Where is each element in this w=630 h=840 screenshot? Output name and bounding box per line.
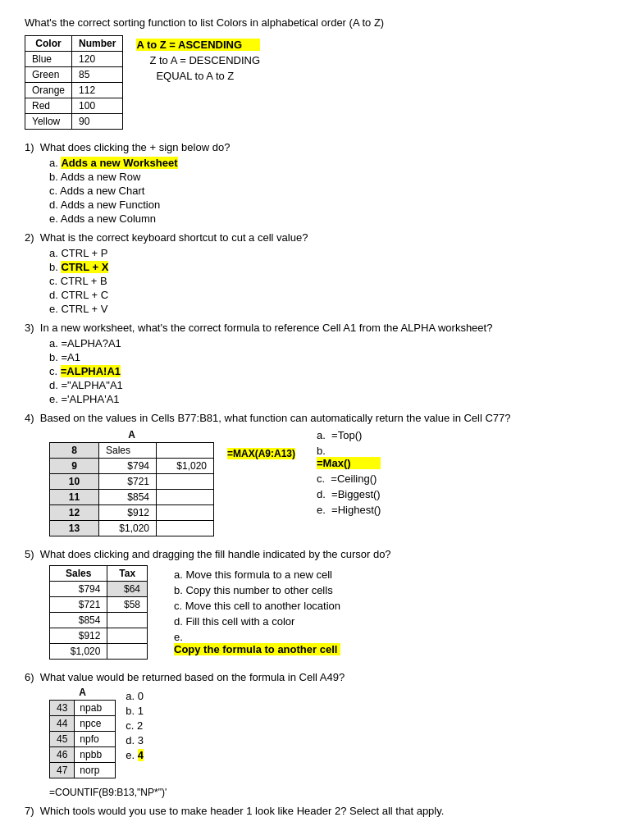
q2-option-b: b. CTRL + X — [49, 261, 605, 273]
cell-794: $794 — [99, 459, 157, 474]
color-blue: Blue — [25, 52, 72, 67]
q6-option-e: e. 4 — [126, 749, 144, 761]
question-5: 5) What does clicking and dragging the f… — [25, 548, 605, 664]
q7-text: 7) Which tools would you use to make hea… — [25, 805, 605, 817]
q2-option-c: c. CTRL + B — [49, 275, 605, 287]
q3-option-a: a. =ALPHA?A1 — [49, 337, 605, 349]
table-row: 47 norp — [50, 763, 116, 778]
cell-721: $721 — [50, 597, 107, 613]
cell-npbb: npbb — [75, 747, 116, 763]
number-header: Number — [72, 36, 123, 52]
table-row: $1,020 — [50, 644, 148, 660]
table-row: 11 $854 — [50, 490, 214, 505]
cell-npfo: npfo — [75, 732, 116, 747]
number-green: 85 — [72, 67, 123, 83]
sort-option-descending: Z to A = DESCENDING — [149, 54, 260, 66]
table-row: 44 npce — [50, 716, 116, 732]
cell-empty4 — [157, 505, 214, 521]
table-row: 45 npfo — [50, 732, 116, 747]
sort-options: A to Z = ASCENDING Z to A = DESCENDING E… — [136, 39, 260, 82]
table-row: Orange 112 — [25, 83, 123, 98]
q6-spreadsheet: 43 npab 44 npce 45 npfo 46 npbb 47 nor — [49, 700, 116, 778]
row-label: 13 — [50, 521, 99, 536]
q4-option-e: e. =Highest() — [317, 504, 381, 516]
cell-empty2 — [157, 474, 214, 490]
row-47: 47 — [50, 763, 75, 778]
cell-854: $854 — [50, 613, 107, 628]
table-row: Sales Tax — [50, 566, 148, 582]
sort-option-ascending: A to Z = ASCENDING — [136, 39, 260, 51]
table-row: Blue 120 — [25, 52, 123, 67]
table-row: Green 85 — [25, 67, 123, 83]
number-orange: 112 — [72, 83, 123, 98]
q5-option-e: e. Copy the formula to another cell — [174, 631, 340, 655]
q6-text: 6) What value would be returned based on… — [25, 671, 605, 683]
q3-option-d: d. ="ALPHA"A1 — [49, 379, 605, 391]
row-label: 12 — [50, 505, 99, 521]
q3-text: 3) In a new worksheet, what's the correc… — [25, 322, 605, 334]
q4-option-a: a. =Top() — [317, 429, 381, 441]
question-1: 1) What does clicking the + sign below d… — [25, 141, 605, 225]
q4-option-d: d. =Biggest() — [317, 488, 381, 500]
sales-header: Sales — [50, 566, 107, 582]
cell-empty3 — [107, 644, 148, 660]
cell-sales: Sales — [99, 443, 157, 459]
sort-option-equal: EQUAL to A to Z — [156, 70, 260, 82]
cell-1020: $1,020 — [157, 459, 214, 474]
cell-empty3 — [157, 490, 214, 505]
cell-854: $854 — [99, 490, 157, 505]
row-label: 8 — [50, 443, 99, 459]
row-45: 45 — [50, 732, 75, 747]
cell-794: $794 — [50, 582, 107, 597]
cell-empty — [157, 443, 214, 459]
color-green: Green — [25, 67, 72, 83]
number-yellow: 90 — [72, 114, 123, 130]
table-row: $912 — [50, 628, 148, 644]
q1-option-c: c. Adds a new Chart — [49, 185, 605, 197]
cell-npce: npce — [75, 716, 116, 732]
table-row: 43 npab — [50, 701, 116, 716]
color-table: Color Number Blue 120 Green 85 Orange 11… — [25, 35, 123, 130]
q4-text: 4) Based on the values in Cells B77:B81,… — [25, 412, 605, 424]
number-blue: 120 — [72, 52, 123, 67]
q2-text: 2) What is the correct keyboard shortcut… — [25, 231, 605, 244]
row-label: 10 — [50, 474, 99, 490]
q5-text: 5) What does clicking and dragging the f… — [25, 548, 605, 560]
color-header: Color — [25, 36, 72, 52]
table-row: 9 $794 $1,020 — [50, 459, 214, 474]
table-row: 12 $912 — [50, 505, 214, 521]
q4-option-b: b. =Max() — [317, 445, 381, 469]
cell-721: $721 — [99, 474, 157, 490]
q5-option-b: b. Copy this number to other cells — [174, 584, 340, 596]
cell-912: $912 — [99, 505, 157, 521]
table-row: 10 $721 — [50, 474, 214, 490]
table-row: Red 100 — [25, 98, 123, 114]
cell-1020: $1,020 — [50, 644, 107, 660]
color-red: Red — [25, 98, 72, 114]
table-row: 8 Sales — [50, 443, 214, 459]
row-label: 11 — [50, 490, 99, 505]
table-row: 13 $1,020 — [50, 521, 214, 536]
table-row: Yellow 90 — [25, 114, 123, 130]
q1-text: 1) What does clicking the + sign below d… — [25, 141, 605, 153]
question-4: 4) Based on the values in Cells B77:B81,… — [25, 412, 605, 541]
q6-formula: =COUNTIF(B9:B13,"NP*")' — [49, 787, 605, 798]
cell-58: $58 — [107, 597, 148, 613]
question-7: 7) Which tools would you use to make hea… — [25, 805, 605, 817]
q6-option-c: c. 2 — [126, 719, 144, 732]
table-row: $721 $58 — [50, 597, 148, 613]
cell-empty2 — [107, 628, 148, 644]
q1-option-b: b. Adds a new Row — [49, 171, 605, 183]
color-yellow: Yellow — [25, 114, 72, 130]
cell-empty5 — [157, 521, 214, 536]
q3-option-e: e. ='ALPHA'A1 — [49, 393, 605, 405]
tax-header: Tax — [107, 566, 148, 582]
q5-option-a: a. Move this formula to a new cell — [174, 568, 340, 581]
q4-option-c: c. =Ceiling() — [317, 472, 381, 485]
q2-option-d: d. CTRL + C — [49, 289, 605, 301]
intro-question: What's the correct sorting function to l… — [25, 16, 605, 29]
q3-option-c: c. =ALPHA!A1 — [49, 365, 605, 377]
q2-option-e: e. CTRL + V — [49, 303, 605, 315]
q5-spreadsheet: Sales Tax $794 $64 $721 $58 $854 $912 — [49, 565, 148, 660]
q4-formula: =MAX(A9:A13) — [227, 448, 295, 459]
